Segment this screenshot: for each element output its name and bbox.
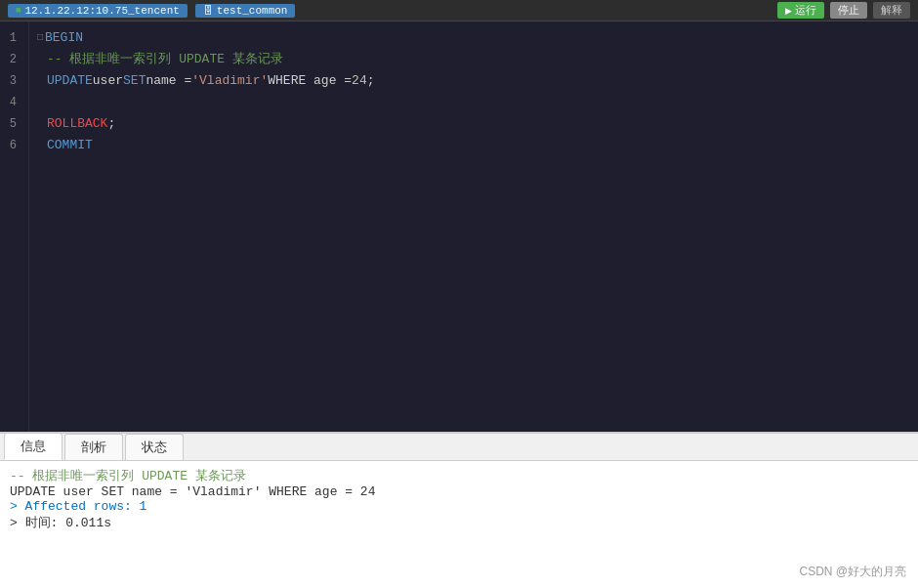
code-token: ; [367, 70, 375, 92]
watermark: CSDN @好大的月亮 [799, 564, 906, 580]
bottom-tab-信息[interactable]: 信息 [4, 433, 63, 460]
code-line: UPDATE user SET name = 'Vladimir' WHERE … [37, 70, 918, 92]
connection-tab[interactable]: 12.1.22.12:10.75_tencent [8, 4, 188, 18]
bottom-tab-剖析[interactable]: 剖析 [64, 434, 123, 460]
line-number: 3 [0, 70, 22, 92]
line-number: 2 [0, 49, 22, 70]
code-editor[interactable]: □BEGIN-- 根据非唯一索引列 UPDATE 某条记录UPDATE user… [29, 21, 918, 432]
result-line: > Affected rows: 1 [10, 499, 908, 514]
line-number: 1 [0, 27, 22, 49]
stop-button[interactable]: 停止 [830, 2, 867, 19]
line-number: 6 [0, 135, 22, 156]
toolbar-actions: 运行 停止 解释 [777, 2, 910, 19]
code-token: name = [146, 70, 191, 92]
code-line: ROLLBACK; [37, 113, 918, 135]
code-line: □BEGIN [37, 27, 918, 49]
code-token: ROLLBACK [47, 113, 107, 135]
code-token: BEGIN [45, 27, 83, 49]
code-token: UPDATE [47, 70, 93, 92]
run-button[interactable]: 运行 [777, 2, 824, 19]
connection-label: 12.1.22.12:10.75_tencent [24, 5, 179, 17]
code-line: -- 根据非唯一索引列 UPDATE 某条记录 [37, 49, 918, 70]
fold-icon[interactable]: □ [37, 27, 43, 49]
bottom-tabs: 信息剖析状态 [0, 434, 918, 461]
bottom-tab-状态[interactable]: 状态 [125, 434, 184, 460]
bottom-panel: 信息剖析状态 -- 根据非唯一索引列 UPDATE 某条记录UPDATE use… [0, 432, 918, 588]
code-token: SET [123, 70, 146, 92]
code-token: WHERE age = [268, 70, 352, 92]
line-number: 4 [0, 92, 22, 113]
code-line: COMMIT [37, 135, 918, 156]
code-token: -- 根据非唯一索引列 UPDATE 某条记录 [47, 49, 283, 70]
line-number: 5 [0, 113, 22, 135]
toolbar: 12.1.22.12:10.75_tencent test_common 运行 … [0, 0, 918, 21]
result-line: UPDATE user SET name = 'Vladimir' WHERE … [10, 484, 908, 499]
explain-button[interactable]: 解释 [873, 2, 910, 19]
result-line: > 时间: 0.011s [10, 514, 908, 531]
code-token: ; [107, 113, 115, 135]
code-token: user [93, 70, 123, 92]
database-tab[interactable]: test_common [195, 4, 296, 18]
code-token: 24 [352, 70, 367, 92]
code-line [37, 92, 918, 113]
bottom-content: -- 根据非唯一索引列 UPDATE 某条记录UPDATE user SET n… [0, 461, 918, 588]
line-gutter: 123456 [0, 21, 29, 432]
result-line: -- 根据非唯一索引列 UPDATE 某条记录 [10, 467, 908, 484]
editor-area: 123456 □BEGIN-- 根据非唯一索引列 UPDATE 某条记录UPDA… [0, 21, 918, 432]
database-label: test_common [217, 5, 288, 17]
code-token: COMMIT [47, 135, 93, 156]
code-token: 'Vladimir' [191, 70, 268, 92]
